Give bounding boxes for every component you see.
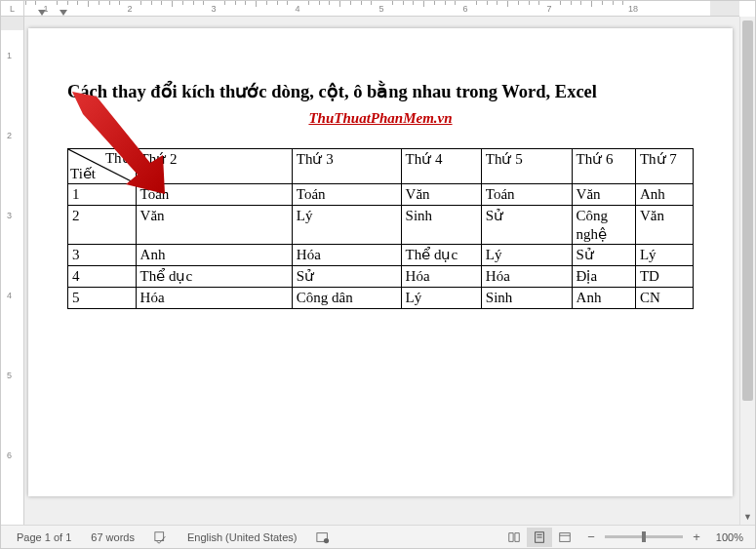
table-cell[interactable]: Sinh — [401, 205, 481, 245]
zoom-slider[interactable] — [605, 535, 683, 538]
document-canvas: Cách thay đổi kích thước dòng, cột, ô bằ… — [24, 17, 739, 525]
col-header[interactable]: Thứ 2 — [136, 149, 292, 184]
svg-point-4 — [324, 537, 329, 542]
spellcheck-button[interactable] — [144, 526, 178, 548]
page[interactable]: Cách thay đổi kích thước dòng, cột, ô bằ… — [28, 28, 733, 496]
table-cell[interactable]: Hóa — [292, 245, 401, 266]
table-cell[interactable]: Hóa — [481, 266, 572, 288]
table-cell[interactable]: Sử — [292, 266, 401, 288]
macro-record-button[interactable] — [306, 526, 339, 548]
word-count[interactable]: 67 words — [81, 526, 144, 548]
zoom-in-button[interactable]: + — [689, 529, 704, 545]
table-row[interactable]: 2VănLýSinhSửCông nghệVăn — [68, 205, 694, 245]
table-cell[interactable]: Địa — [572, 266, 635, 288]
table-cell[interactable]: Sử — [572, 245, 635, 266]
col-header[interactable]: Thứ 4 — [401, 149, 481, 184]
table-row[interactable]: 1ToánToánVănToánVănAnh — [68, 184, 694, 206]
zoom-percent[interactable]: 100% — [710, 531, 743, 543]
horizontal-ruler[interactable]: 123456718 — [24, 1, 739, 17]
col-header[interactable]: Thứ 6 — [572, 149, 635, 184]
table-cell[interactable]: Lý — [401, 287, 481, 308]
table-cell[interactable]: Toán — [292, 184, 401, 206]
row-header[interactable]: 5 — [68, 287, 137, 308]
col-header[interactable]: Thứ 5 — [481, 149, 572, 184]
table-cell[interactable]: Hóa — [401, 266, 481, 288]
table-cell[interactable]: Công nghệ — [572, 205, 635, 245]
view-mode-buttons — [501, 528, 577, 547]
table-cell[interactable]: Sinh — [481, 287, 572, 308]
table-cell[interactable]: Thể dục — [401, 245, 481, 266]
table-cell[interactable]: TD — [635, 266, 693, 288]
scroll-down-button[interactable]: ▼ — [740, 509, 755, 525]
table-cell[interactable]: Lý — [635, 245, 693, 266]
table-cell[interactable]: Sử — [481, 205, 572, 245]
table-cell[interactable]: Lý — [481, 245, 572, 266]
web-layout-icon — [558, 530, 572, 544]
row-header[interactable]: 1 — [68, 184, 137, 206]
row-header[interactable]: 2 — [68, 205, 137, 245]
diagonal-header-cell[interactable]: Thứ Tiết — [68, 149, 137, 184]
table-row[interactable]: 3AnhHóaThể dụcLýSửLý — [68, 245, 694, 266]
col-header[interactable]: Thứ 3 — [292, 149, 401, 184]
macro-icon — [316, 530, 330, 544]
table-row[interactable]: 5HóaCông dânLýSinhAnhCN — [68, 287, 694, 308]
table-cell[interactable]: Văn — [572, 184, 635, 206]
table-cell[interactable]: Văn — [401, 184, 481, 206]
row-header[interactable]: 3 — [68, 245, 137, 266]
zoom-out-button[interactable]: − — [583, 529, 599, 545]
svg-rect-8 — [560, 532, 571, 541]
zoom-slider-thumb[interactable] — [642, 531, 646, 542]
status-bar: Page 1 of 1 67 words English (United Sta… — [1, 525, 755, 548]
document-title[interactable]: Cách thay đổi kích thước dòng, cột, ô bằ… — [67, 81, 694, 102]
print-layout-button[interactable] — [527, 528, 552, 547]
table-cell[interactable]: Toán — [136, 184, 292, 206]
table-cell[interactable]: Anh — [136, 245, 292, 266]
table-header-row[interactable]: Thứ Tiết Thứ 2 Thứ 3 Thứ 4 Thứ 5 Thứ 6 T… — [68, 149, 694, 184]
table-cell[interactable]: CN — [635, 287, 693, 308]
web-layout-button[interactable] — [552, 528, 577, 547]
table-cell[interactable]: Công dân — [292, 287, 401, 308]
table-row[interactable]: 4Thể dụcSửHóaHóaĐịaTD — [68, 266, 694, 288]
table-cell[interactable]: Văn — [635, 205, 693, 245]
vertical-ruler[interactable]: 123456 — [1, 17, 24, 525]
document-subtitle[interactable]: ThuThuatPhanMem.vn — [67, 110, 694, 127]
table-cell[interactable]: Thể dục — [136, 266, 292, 288]
spellcheck-icon — [154, 530, 168, 544]
schedule-table[interactable]: Thứ Tiết Thứ 2 Thứ 3 Thứ 4 Thứ 5 Thứ 6 T… — [67, 148, 694, 309]
header-top-label: Thứ — [105, 149, 132, 168]
page-number-indicator[interactable]: Page 1 of 1 — [7, 526, 81, 548]
scrollbar-thumb[interactable] — [742, 20, 753, 401]
vertical-scrollbar[interactable]: ▼ — [739, 17, 755, 525]
print-layout-icon — [533, 530, 546, 544]
col-header[interactable]: Thứ 7 — [635, 149, 693, 184]
header-left-label: Tiết — [70, 165, 96, 183]
table-cell[interactable]: Lý — [292, 205, 401, 245]
language-indicator[interactable]: English (United States) — [178, 526, 307, 548]
table-cell[interactable]: Văn — [136, 205, 292, 245]
tab-stop[interactable] — [60, 10, 67, 17]
table-cell[interactable]: Anh — [572, 287, 635, 308]
table-cell[interactable]: Hóa — [136, 287, 292, 308]
zoom-control: − + 100% — [577, 529, 749, 545]
read-mode-icon — [507, 530, 521, 544]
table-cell[interactable]: Toán — [481, 184, 572, 206]
table-cell[interactable]: Anh — [635, 184, 693, 206]
read-mode-button[interactable] — [501, 528, 527, 547]
ruler-corner[interactable]: L — [1, 1, 24, 17]
row-header[interactable]: 4 — [68, 266, 137, 288]
